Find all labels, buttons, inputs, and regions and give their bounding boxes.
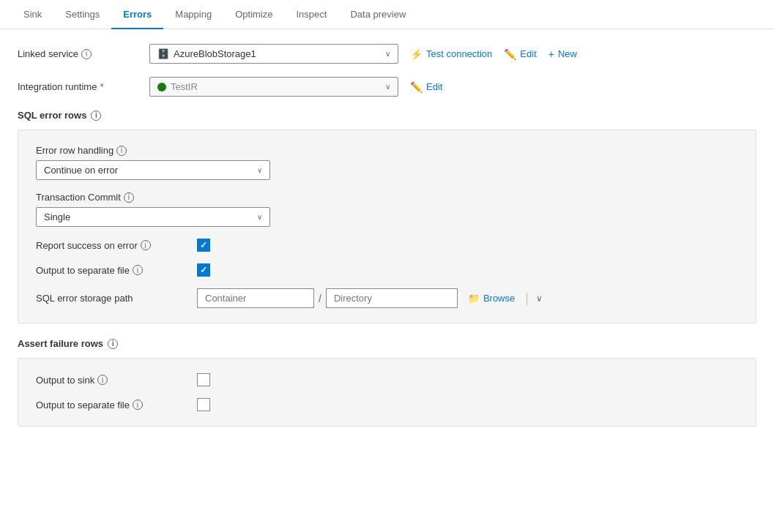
output-to-sink-checkbox-container	[197, 373, 210, 386]
linked-service-dropdown-wrapper: 🗄️ AzureBlobStorage1 ∨	[149, 44, 398, 64]
tab-bar: Sink Settings Errors Mapping Optimize In…	[0, 0, 774, 29]
edit-integration-runtime-button[interactable]: ✏️ Edit	[410, 81, 442, 93]
storage-path-inputs: / 📁 Browse | ∨	[197, 288, 546, 308]
sql-error-storage-path-label: SQL error storage path	[36, 293, 197, 304]
transaction-commit-row: Transaction Commit i Single ∨	[36, 192, 738, 227]
assert-output-separate-label: Output to separate file i	[36, 400, 197, 411]
storage-path-chevron[interactable]: ∨	[533, 291, 546, 307]
sql-error-rows-header: SQL error rows i	[18, 110, 756, 121]
assert-failure-rows-box: Output to sink i Output to separate file…	[18, 358, 756, 427]
linked-service-actions: ⚡ Test connection ✏️ Edit + New	[410, 48, 577, 60]
new-linked-service-button[interactable]: + New	[548, 48, 577, 60]
linked-service-dropdown[interactable]: 🗄️ AzureBlobStorage1 ∨	[149, 44, 398, 64]
integration-runtime-dropdown-arrow: ∨	[385, 83, 390, 91]
transaction-commit-dropdown[interactable]: Single ∨	[36, 207, 270, 227]
output-to-sink-info-icon[interactable]: i	[97, 375, 108, 385]
browse-separator: |	[525, 291, 529, 306]
folder-icon: 📁	[468, 293, 480, 304]
assert-output-separate-row: Output to separate file i	[36, 398, 738, 411]
tab-sink[interactable]: Sink	[12, 0, 53, 29]
tab-settings[interactable]: Settings	[53, 0, 111, 29]
plus-icon: +	[548, 48, 554, 60]
error-row-handling-info-icon[interactable]: i	[116, 146, 127, 156]
output-to-sink-row: Output to sink i	[36, 373, 738, 386]
tab-data-preview[interactable]: Data preview	[338, 0, 417, 29]
tab-mapping[interactable]: Mapping	[163, 0, 223, 29]
assert-output-separate-info-icon[interactable]: i	[133, 400, 143, 410]
transaction-commit-info-icon[interactable]: i	[124, 192, 134, 203]
assert-output-separate-checkbox[interactable]	[197, 398, 210, 411]
storage-icon: 🗄️	[157, 48, 169, 59]
integration-runtime-dropdown[interactable]: TestIR ∨	[149, 77, 398, 97]
error-row-handling-dropdown[interactable]: Continue on error ∨	[36, 160, 270, 180]
output-separate-checkbox[interactable]	[197, 263, 210, 277]
sql-error-rows-section: Error row handling i Continue on error ∨…	[18, 130, 756, 323]
edit-integration-icon: ✏️	[410, 81, 423, 93]
linked-service-dropdown-arrow: ∨	[385, 50, 390, 58]
path-separator: /	[319, 293, 321, 304]
assert-failure-rows-header: Assert failure rows i	[18, 338, 756, 349]
assert-failure-rows-section: Assert failure rows i Output to sink i O…	[18, 338, 756, 427]
output-separate-file-label: Output to separate file i	[36, 265, 197, 276]
linked-service-info-icon[interactable]: i	[81, 49, 92, 59]
report-success-info-icon[interactable]: i	[141, 240, 151, 250]
tab-errors[interactable]: Errors	[111, 0, 163, 29]
output-separate-file-row: Output to separate file i	[36, 263, 738, 277]
output-separate-checkbox-container	[197, 263, 210, 277]
browse-button[interactable]: 📁 Browse	[462, 290, 521, 307]
report-success-label: Report success on error i	[36, 240, 197, 251]
sql-error-storage-path-row: SQL error storage path / 📁 Browse | ∨	[36, 288, 738, 308]
integration-runtime-dropdown-wrapper: TestIR ∨	[149, 77, 398, 97]
output-to-sink-label: Output to sink i	[36, 375, 197, 386]
container-input[interactable]	[197, 288, 314, 308]
output-separate-info-icon[interactable]: i	[133, 265, 143, 275]
linked-service-label: Linked service i	[18, 48, 149, 59]
edit-linked-service-button[interactable]: ✏️ Edit	[504, 48, 536, 60]
transaction-commit-arrow: ∨	[257, 213, 262, 221]
integration-runtime-row: Integration runtime * TestIR ∨ ✏️ Edit	[18, 77, 756, 97]
assert-output-separate-checkbox-container	[197, 398, 210, 411]
directory-input[interactable]	[326, 288, 458, 308]
report-success-row: Report success on error i	[36, 239, 738, 252]
report-success-checkbox[interactable]	[197, 239, 210, 252]
report-success-checkbox-container	[197, 239, 210, 252]
test-connection-icon: ⚡	[410, 48, 423, 60]
edit-pencil-icon: ✏️	[504, 48, 516, 60]
error-row-handling-arrow: ∨	[257, 166, 262, 174]
integration-runtime-actions: ✏️ Edit	[410, 81, 442, 93]
test-connection-button[interactable]: ⚡ Test connection	[410, 48, 492, 60]
assert-failure-info-icon[interactable]: i	[108, 339, 118, 349]
main-content: Linked service i 🗄️ AzureBlobStorage1 ∨ …	[0, 29, 774, 456]
error-row-handling-row: Error row handling i Continue on error ∨	[36, 145, 738, 180]
sql-error-rows-info-icon[interactable]: i	[91, 110, 101, 121]
error-row-handling-label: Error row handling i	[36, 145, 197, 156]
tab-inspect[interactable]: Inspect	[284, 0, 338, 29]
status-dot-green	[157, 83, 166, 91]
tab-optimize[interactable]: Optimize	[223, 0, 284, 29]
linked-service-row: Linked service i 🗄️ AzureBlobStorage1 ∨ …	[18, 44, 756, 64]
transaction-commit-label: Transaction Commit i	[36, 192, 197, 203]
integration-runtime-label: Integration runtime *	[18, 81, 149, 92]
output-to-sink-checkbox[interactable]	[197, 373, 210, 386]
